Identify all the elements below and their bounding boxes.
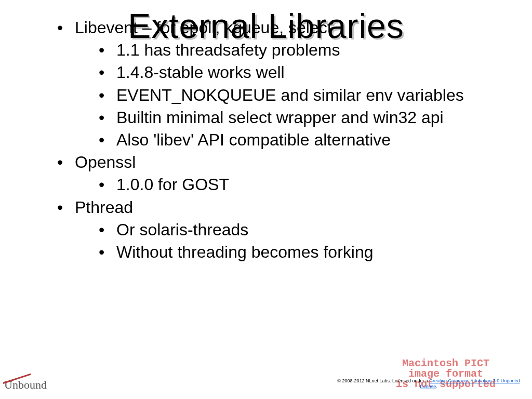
license-prefix: © 2008-2012 NLnet Labs. Licensed under a (337, 378, 429, 383)
sub-list: 1.1 has threadsafety problems 1.4.8-stab… (99, 39, 511, 84)
unbound-logo: Unbound (4, 378, 47, 392)
bullet-libevent: Libevent – for epoll, kqueue, select 1.1… (57, 17, 511, 151)
bullet-list: Libevent – for epoll, kqueue, select 1.1… (57, 17, 511, 263)
slide-body: Libevent – for epoll, kqueue, select 1.1… (57, 17, 511, 263)
bullet-forking: Without threading becomes forking (99, 241, 511, 263)
bullet-event-nokqueue: EVENT_NOKQUEUE and similar env variables (99, 84, 511, 107)
bullet-text: Pthread (75, 198, 133, 217)
bullet-text: Libevent – for epoll, kqueue, select (75, 18, 332, 37)
bullet-libevent-1-1: 1.1 has threadsafety problems (99, 39, 511, 61)
license-suffix: . (436, 384, 437, 389)
slide: External Libraries Libevent – for epoll,… (0, 0, 532, 399)
bullet-pthread: Pthread Or solaris-threads Without threa… (57, 196, 511, 264)
bullet-openssl: Openssl 1.0.0 for GOST (57, 151, 511, 196)
bullet-solaris-threads: Or solaris-threads (99, 219, 511, 241)
license-link[interactable]: Creative Commons Attribution 3.0 Unporte… (420, 378, 520, 389)
bullet-openssl-gost: 1.0.0 for GOST (99, 174, 511, 196)
bullet-builtin-select: Builtin minimal select wrapper and win32… (99, 107, 511, 129)
bullet-libevent-1-4-8: 1.4.8-stable works well (99, 61, 511, 84)
bullet-libev: Also 'libev' API compatible alternative (99, 129, 511, 151)
sub-list: Or solaris-threads Without threading bec… (99, 219, 511, 263)
sub-list: 1.0.0 for GOST (99, 174, 511, 196)
license-footer: © 2008-2012 NLnet Labs. Licensed under a… (332, 378, 525, 390)
sub-list: EVENT_NOKQUEUE and similar env variables… (99, 84, 511, 152)
bullet-text: Openssl (75, 153, 136, 171)
